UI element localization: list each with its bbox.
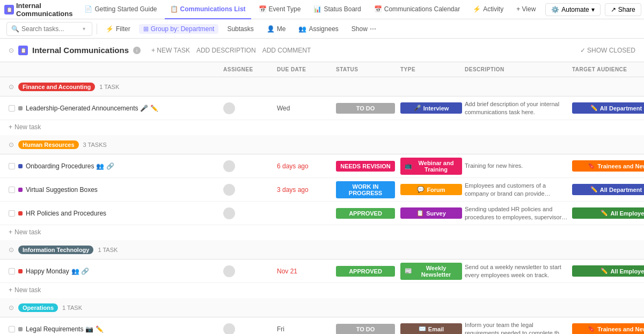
status-badge[interactable]: WORK IN PROGRESS [336, 181, 395, 198]
tab-view[interactable]: + View [511, 0, 541, 19]
assignees-button[interactable]: 👥 Assignees [294, 24, 342, 34]
task-checkbox[interactable] [9, 210, 15, 217]
new-task-button[interactable]: + New task [0, 225, 644, 239]
new-task-button[interactable]: + NEW TASK [151, 47, 190, 54]
type-label: Email [428, 326, 444, 332]
tab-communications-list[interactable]: 📋 Communications List [165, 0, 251, 19]
status-badge[interactable]: APPROVED [336, 208, 395, 219]
group-collapse-icon[interactable]: ⊙ [9, 83, 14, 91]
task-checkbox[interactable] [9, 187, 15, 193]
group-operations: ⊙ Operations 1 TASK Legal Requirements 📷… [0, 298, 644, 334]
task-checkbox[interactable] [9, 326, 15, 332]
group-label: Information Technology [18, 246, 93, 254]
subtasks-button[interactable]: Subtasks [223, 24, 258, 34]
task-name[interactable]: Legal Requirements 📷 ✏️ [26, 325, 104, 333]
info-icon[interactable]: i [133, 47, 141, 54]
tab-event-type[interactable]: 📅 Event Type [253, 0, 306, 19]
audience-badge: 🔖 Trainees and New Hires [572, 323, 644, 334]
task-name[interactable]: Happy Monday 👥 🔗 [26, 268, 89, 275]
tab-calendar[interactable]: 📅 Communications Calendar [369, 0, 465, 19]
show-closed-button[interactable]: ✓ SHOW CLOSED [580, 47, 635, 54]
group-by-button[interactable]: ⊞ Group by: Department [139, 24, 219, 34]
assignee-avatar [223, 207, 235, 219]
group-label: Finance and Accounting [18, 83, 95, 91]
group-collapse-icon[interactable]: ⊙ [9, 304, 14, 311]
type-badge[interactable]: 💬 Forum [400, 184, 462, 195]
col-status: STATUS [336, 66, 400, 72]
due-date: 3 days ago [277, 186, 336, 194]
share-button[interactable]: ↗ Share [605, 3, 641, 16]
group-label: Operations [18, 303, 58, 312]
task-row: Onboarding Procedures 👥 🔗 6 days ago NEE… [0, 154, 644, 178]
status-badge[interactable]: TO DO [336, 103, 395, 114]
page-title: Internal Communications [32, 46, 129, 55]
status-badge[interactable]: TO DO [336, 324, 395, 335]
automate-icon: ⚙️ [551, 6, 559, 13]
task-row: Leadership-Generated Announcements 🎤 ✏️ … [0, 97, 644, 120]
audience-badge: ✏️ All Department Heads [572, 102, 644, 114]
tab-icon: 📅 [374, 5, 382, 13]
audience-label: All Department Heads [600, 105, 644, 112]
assignee-avatar [223, 102, 235, 114]
description-cell: Employees and customers of a company or … [465, 182, 572, 197]
task-name-cell: Happy Monday 👥 🔗 [9, 268, 223, 275]
search-box[interactable]: 🔍 ▾ [6, 22, 92, 36]
type-badge[interactable]: 🎤 Interview [400, 102, 462, 114]
tab-getting-started[interactable]: 📄 Getting Started Guide [79, 0, 162, 19]
collapse-icon[interactable]: ⊙ [9, 47, 14, 54]
status-badge[interactable]: NEEDS REVISION [336, 161, 395, 172]
description-cell: Inform your team the legal requirements … [465, 321, 572, 334]
type-badge[interactable]: 📺 Webinar and Training [400, 158, 462, 175]
task-row: HR Policies and Procedures APPROVED 📋 Su… [0, 202, 644, 225]
tab-icon: ⚡ [473, 5, 481, 13]
type-badge[interactable]: ✉️ Email [400, 323, 462, 334]
automate-button[interactable]: ⚙️ Automate ▾ [545, 3, 600, 16]
new-task-button[interactable]: + New task [0, 120, 644, 134]
search-input[interactable] [21, 25, 80, 33]
due-date: 6 days ago [277, 162, 336, 170]
plus-icon: + [9, 228, 12, 236]
assignee-cell [223, 265, 277, 277]
task-icons: 🎤 ✏️ [140, 105, 158, 112]
assignee-cell [223, 102, 277, 114]
group-collapse-icon[interactable]: ⊙ [9, 141, 14, 149]
type-badge[interactable]: 📰 Weekly Newsletter [400, 263, 462, 280]
task-color-dot [18, 188, 23, 192]
audience-label: All Employees [610, 268, 644, 274]
audience-label: All Employees [610, 210, 644, 217]
assignee-cell [223, 207, 277, 219]
task-color-dot [18, 211, 23, 216]
task-name[interactable]: HR Policies and Procedures [26, 210, 108, 217]
tab-status-board[interactable]: 📊 Status Board [308, 0, 366, 19]
type-badge[interactable]: 📋 Survey [400, 207, 462, 219]
task-checkbox[interactable] [9, 105, 15, 112]
status-badge[interactable]: APPROVED [336, 266, 395, 277]
task-name[interactable]: Leadership-Generated Announcements 🎤 ✏️ [26, 105, 158, 112]
task-checkbox[interactable] [9, 163, 15, 169]
filter-button[interactable]: ⚡ Filter [101, 24, 135, 34]
audience-icon: ✏️ [601, 268, 608, 274]
task-icons: 📷 ✏️ [85, 325, 103, 333]
main-header: ⊙ 📋 Internal Communications i + NEW TASK… [0, 39, 644, 62]
task-name[interactable]: Virtual Suggestion Boxes [26, 186, 100, 194]
description-cell: Send out a weekly newsletter to start ev… [465, 263, 572, 279]
show-menu-icon: ⋯ [370, 25, 376, 33]
audience-label: Trainees and New Hires [597, 163, 644, 169]
add-description-button[interactable]: ADD DESCRIPTION [196, 47, 256, 54]
task-name[interactable]: Onboarding Procedures 👥 🔗 [26, 162, 114, 170]
share-icon: ↗ [611, 6, 616, 13]
add-comment-button[interactable]: ADD COMMENT [262, 47, 311, 54]
show-button[interactable]: Show ⋯ [347, 24, 380, 34]
task-checkbox[interactable] [9, 268, 15, 274]
due-date: Nov 21 [277, 268, 336, 275]
new-task-button[interactable]: + New task [0, 283, 644, 297]
me-button[interactable]: 👤 Me [262, 24, 290, 34]
chevron-down-icon: ▾ [591, 6, 595, 13]
tab-activity[interactable]: ⚡ Activity [467, 0, 509, 19]
task-color-dot [18, 327, 23, 331]
group-task-count: 1 TASK [99, 84, 119, 90]
audience-icon: ✏️ [601, 210, 608, 217]
group-collapse-icon[interactable]: ⊙ [9, 246, 14, 254]
audience-label: Trainees and New Hires [597, 326, 644, 332]
tab-icon: 📋 [170, 5, 178, 13]
